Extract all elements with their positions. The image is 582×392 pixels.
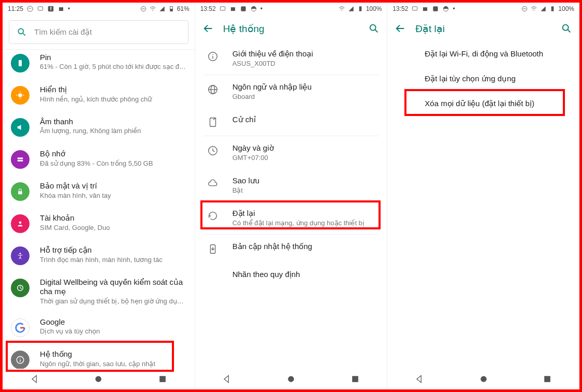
system-item-datetime[interactable]: Ngày và giờGMT+07:00 [195,136,387,169]
system-item-regulatory[interactable]: Nhãn theo quy định [195,263,387,287]
svg-rect-48 [413,7,417,10]
settings-item-accounts[interactable]: Tài khoảnSIM Card, Google, Duo [3,207,195,239]
svg-point-21 [20,253,21,254]
battery-icon [168,5,175,12]
nav-home-icon[interactable] [286,374,296,384]
search-icon [17,27,27,37]
info-icon [207,50,219,63]
google-icon [11,318,30,337]
circle-icon [442,5,449,12]
search-input[interactable]: Tìm kiếm cài đặt [9,20,188,44]
status-battery: 61% [177,5,190,12]
info-icon [11,351,30,369]
system-item-language[interactable]: Ngôn ngữ và nhập liệuGboard [195,75,387,108]
settings-item-google[interactable]: GoogleDịch vụ và tùy chọn [3,311,195,343]
signal-icon [158,5,166,12]
search-button[interactable] [561,23,572,34]
svg-rect-47 [352,376,358,382]
nav-bar [3,369,195,389]
svg-point-55 [563,25,569,31]
cloud-icon [207,177,219,190]
update-icon [207,243,219,255]
chat-icon [37,5,44,12]
settings-item-system[interactable]: Hệ thốngNgôn ngữ, thời gian, sao lưu, cậ… [3,343,195,369]
shop-icon [229,5,237,12]
system-item-about[interactable]: Giới thiệu về điện thoạiASUS_X00TD [195,42,387,75]
svg-rect-28 [220,7,225,10]
sound-icon [11,118,30,137]
display-icon [11,86,30,105]
system-panel: 13:52 • 100% Hệ thống Giới thiệu v [195,3,388,389]
search-button[interactable] [368,23,380,34]
do-not-disturb-icon [140,5,147,12]
nav-home-icon[interactable] [478,374,489,384]
reset-item-apps[interactable]: Đặt lại tùy chọn ứng dụng [387,67,579,92]
app-bar-title: Hệ thống [223,23,359,35]
system-item-reset[interactable]: Đặt lạiCó thể đặt lại mạng, ứng dụng hoặ… [195,201,387,234]
svg-point-33 [370,25,376,31]
svg-rect-29 [231,7,235,11]
facebook-icon: f [47,5,54,12]
chat-icon [411,5,418,12]
status-bar: 13:52 • 100% [195,3,387,15]
svg-point-26 [95,376,101,382]
settings-panel: 11:25 f • 61% Tìm kiếm cài đặt [3,3,195,389]
svg-rect-4 [59,7,63,11]
svg-rect-30 [241,6,245,11]
nav-recent-icon[interactable] [542,374,552,384]
globe-icon [207,83,219,96]
nav-back-icon[interactable] [414,374,425,384]
settings-item-sound[interactable]: Âm thanhÂm lượng, rung, Không làm phiền [3,111,195,143]
system-item-update[interactable]: Bản cập nhật hệ thống [195,235,387,263]
circle-icon [250,5,257,12]
system-item-gestures[interactable]: Cử chỉ [195,108,387,136]
reset-item-network[interactable]: Đặt lại Wi-Fi, di động và Bluetooth [387,42,579,67]
nav-bar [387,369,579,389]
svg-rect-32 [359,6,361,11]
more-icon: • [453,5,455,12]
app-bar: Hệ thống [195,15,387,42]
status-time: 13:52 [200,5,216,12]
settings-item-security[interactable]: Bảo mật và vị tríKhóa màn hình, vân tay [3,175,195,207]
nav-back-icon[interactable] [222,374,232,384]
battery-icon [357,5,364,12]
svg-rect-19 [18,191,22,194]
shop-icon [421,5,429,12]
settings-item-battery[interactable]: Pin61% - Còn 1 giờ, 5 phút cho tới khi đ… [3,50,195,79]
svg-point-12 [18,93,22,97]
clock-icon [207,144,219,157]
nav-recent-icon[interactable] [157,374,168,384]
reset-panel: 13:52 • 100% Đặt lại Đặt [387,3,579,389]
svg-rect-1 [38,7,42,10]
signal-icon [540,5,547,12]
wifi-icon [338,5,345,12]
nav-recent-icon[interactable] [350,374,360,384]
gesture-icon [207,116,219,128]
status-battery: 100% [366,5,382,12]
reset-icon [207,210,219,222]
nav-back-icon[interactable] [30,374,40,384]
svg-line-34 [375,30,378,33]
svg-rect-50 [433,6,438,11]
lock-icon [11,182,30,201]
nav-home-icon[interactable] [93,374,104,384]
svg-point-36 [212,54,213,55]
settings-item-accessibility[interactable]: Hỗ trợ tiếp cậnTrình đọc màn hình, màn h… [3,239,195,271]
account-icon [11,214,30,233]
settings-item-storage[interactable]: Bộ nhớĐã sử dụng 83% - Còn trống 5,50 GB [3,143,195,175]
system-item-backup[interactable]: Sao lưuBật [195,169,387,201]
svg-rect-17 [18,157,23,159]
app-bar-title: Đặt lại [415,23,551,35]
back-button[interactable] [395,23,406,34]
app-icon [240,5,247,12]
app-icon [432,5,439,12]
settings-item-display[interactable]: Hiển thịHình nền, ngủ, kích thước phông … [3,79,195,111]
svg-rect-49 [423,7,427,11]
svg-rect-58 [544,376,550,382]
back-button[interactable] [202,23,214,34]
reset-item-factory[interactable]: Xóa mọi dữ liệu (đặt lại thiết bị) [387,92,579,117]
svg-rect-41 [210,118,215,127]
do-not-disturb-icon [521,5,528,12]
wifi-icon [149,5,156,12]
settings-item-wellbeing[interactable]: Digital Wellbeing và quyền kiểm soát của… [3,271,195,311]
